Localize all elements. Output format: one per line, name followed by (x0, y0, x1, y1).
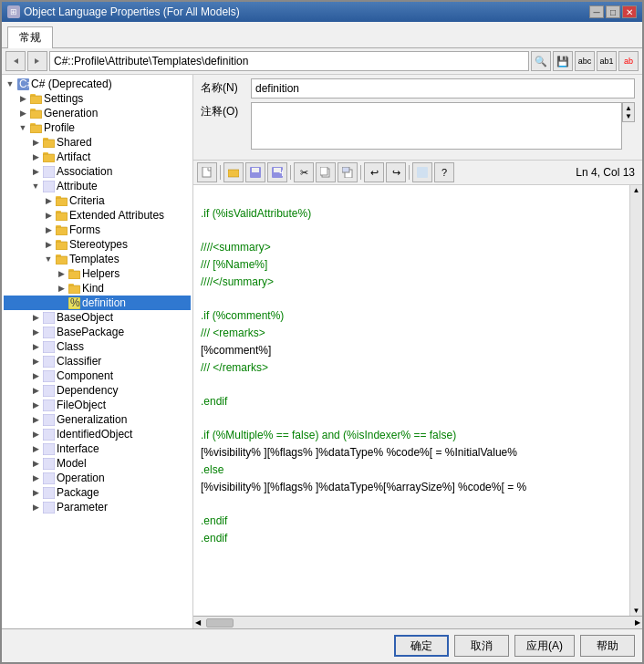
tree-item-fileobject[interactable]: ▶ FileObject (4, 398, 191, 412)
paste-btn[interactable] (338, 162, 358, 182)
tree-label: Package (57, 486, 99, 499)
tree-item-baseobject[interactable]: ▶ BaseObject (4, 310, 191, 325)
svg-rect-53 (43, 443, 55, 455)
tree-item-artifact[interactable]: ▶ Artifact (4, 150, 191, 164)
minimize-button[interactable]: ─ (589, 5, 604, 18)
tree-item-attribute[interactable]: ▼ Attribute (4, 179, 191, 193)
scrollbar-up-btn[interactable]: ▲ (625, 104, 632, 112)
macro-btn[interactable] (412, 162, 432, 182)
folder-parameter-icon (42, 501, 55, 514)
tree-item-csharp[interactable]: ▼ C# C# (Deprecated) (4, 77, 191, 91)
undo-btn[interactable]: ↩ (364, 162, 384, 182)
scrollbar-down-btn[interactable]: ▼ (625, 112, 632, 120)
tree-item-criteria[interactable]: ▶ Criteria (4, 193, 191, 208)
hscroll-right[interactable]: ▶ (633, 618, 642, 627)
svg-rect-45 (43, 327, 55, 338)
help-bottom-button[interactable]: 帮助 (580, 635, 635, 657)
savefile-btn[interactable] (245, 162, 265, 182)
folder-helpers-icon (68, 267, 80, 280)
apply-button[interactable]: 应用(A) (514, 635, 575, 657)
tree-item-templates[interactable]: ▼ Templates (4, 252, 191, 266)
tree-item-profile[interactable]: ▼ Profile (4, 120, 191, 135)
tree-item-model[interactable]: ▶ Model (4, 456, 191, 471)
svg-rect-47 (43, 356, 55, 368)
vscroll-up[interactable]: ▲ (633, 186, 640, 194)
expand-icon: ▶ (29, 369, 42, 382)
tree-label: Dependency (57, 384, 118, 397)
help-btn[interactable]: ? (434, 162, 454, 182)
save-button[interactable]: 💾 (553, 51, 573, 71)
window-title: Object Language Properties (For All Mode… (24, 5, 240, 18)
tree-item-classifier[interactable]: ▶ Classifier (4, 354, 191, 368)
forward-button[interactable] (27, 51, 47, 71)
cut-btn[interactable]: ✂ (294, 162, 314, 182)
folder-artifact-icon (42, 150, 55, 163)
editor-hscrollbar[interactable]: ◀ ▶ (193, 616, 642, 628)
comment-row: 注释(O) ▲ ▼ (201, 102, 635, 152)
search-button[interactable]: 🔍 (531, 51, 551, 71)
path-input[interactable] (49, 51, 529, 71)
file-definition-icon: % (68, 296, 80, 309)
copy-btn[interactable] (316, 162, 336, 182)
vscroll-down[interactable]: ▼ (633, 607, 640, 615)
redo-btn[interactable]: ↪ (386, 162, 406, 182)
comment-textarea[interactable] (251, 102, 622, 150)
tree-label: Templates (69, 253, 119, 265)
saveas-btn[interactable]: + (267, 162, 287, 182)
tree-item-association[interactable]: ▶ Association (4, 164, 191, 179)
name-input[interactable] (251, 78, 635, 99)
expand-icon: ▶ (29, 326, 42, 338)
tree-item-package[interactable]: ▶ Package (4, 485, 191, 500)
tree-item-stereotypes[interactable]: ▶ Stereotypes (4, 237, 191, 252)
name-row: 名称(N) (201, 78, 635, 99)
tree-item-settings[interactable]: ▶ Settings (4, 91, 191, 106)
tree-item-kind[interactable]: ▶ Kind (4, 281, 191, 296)
editor-area[interactable]: .if (%isValidAttribute%) ////<summary> /… (193, 185, 642, 628)
svg-rect-20 (43, 181, 55, 192)
tree-item-generation[interactable]: ▶ Generation (4, 106, 191, 120)
tree-panel[interactable]: ▼ C# C# (Deprecated) ▶ Settings ▶ (2, 75, 193, 628)
spell3-button[interactable]: ab (618, 51, 639, 71)
tree-item-class[interactable]: ▶ Class (4, 339, 191, 354)
tree-item-extended-attributes[interactable]: ▶ Extended Attributes (4, 208, 191, 223)
tree-item-parameter[interactable]: ▶ Parameter (4, 500, 191, 514)
tree-item-definition[interactable]: % definition (4, 296, 191, 310)
expand-icon: ▶ (29, 486, 42, 499)
svg-rect-37 (68, 269, 74, 272)
code-editor[interactable]: .if (%isValidAttribute%) ////<summary> /… (193, 185, 629, 616)
tree-label: Forms (69, 223, 100, 236)
tree-item-shared[interactable]: ▶ Shared (4, 135, 191, 150)
svg-rect-10 (30, 125, 42, 133)
tree-item-generalization[interactable]: ▶ Generalization (4, 412, 191, 427)
cancel-button[interactable]: 取消 (454, 635, 509, 657)
tree-item-helpers[interactable]: ▶ Helpers (4, 266, 191, 281)
tree-item-interface[interactable]: ▶ Interface (4, 441, 191, 456)
tree-item-identifiedobject[interactable]: ▶ IdentifiedObject (4, 427, 191, 441)
tree-item-dependency[interactable]: ▶ Dependency (4, 383, 191, 398)
close-button[interactable]: ✕ (622, 5, 637, 18)
svg-rect-22 (56, 196, 61, 199)
tree-label: Model (57, 457, 87, 470)
tab-bar: 常规 (2, 22, 642, 48)
spell2-button[interactable]: ab1 (597, 51, 617, 71)
tree-item-operation[interactable]: ▶ Operation (4, 471, 191, 485)
properties-area: 名称(N) 注释(O) ▲ ▼ (193, 75, 642, 161)
spell1-button[interactable]: abc (575, 51, 595, 71)
csharp-icon: C# (16, 78, 29, 90)
back-button[interactable] (5, 51, 26, 71)
tab-general[interactable]: 常规 (7, 26, 53, 48)
tree-item-forms[interactable]: ▶ Forms (4, 223, 191, 237)
svg-rect-50 (43, 399, 55, 411)
editor-vscrollbar[interactable]: ▲ ▼ (629, 185, 642, 616)
open-btn[interactable] (223, 162, 244, 182)
hscroll-thumb[interactable] (206, 618, 234, 628)
expand-icon: ▶ (16, 92, 29, 105)
tree-item-basepackage[interactable]: ▶ BasePackage (4, 325, 191, 339)
ok-button[interactable]: 确定 (394, 635, 449, 657)
hscroll-track[interactable] (203, 617, 633, 628)
maximize-button[interactable]: □ (606, 5, 620, 18)
new-btn[interactable] (197, 162, 217, 182)
hscroll-left[interactable]: ◀ (193, 618, 203, 627)
tree-item-component[interactable]: ▶ Component (4, 368, 191, 383)
expand-icon: ▼ (16, 121, 29, 134)
